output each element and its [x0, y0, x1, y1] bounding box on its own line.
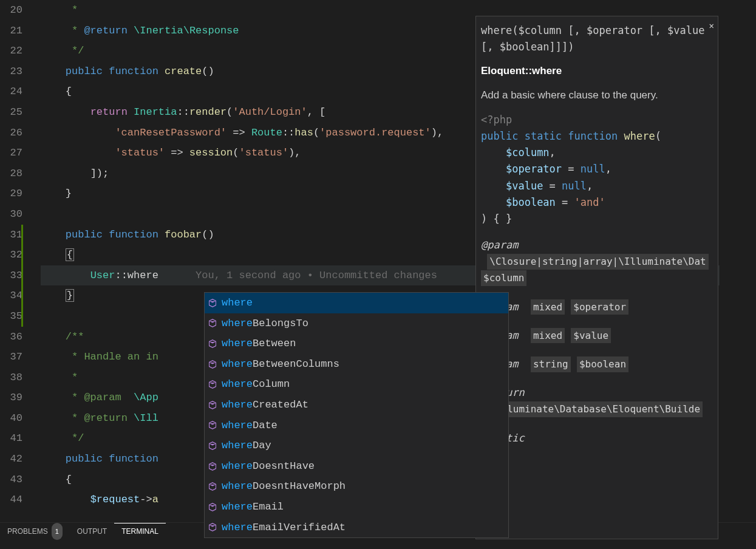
namespace: \Inertia\: [134, 25, 189, 36]
class-ref: Route: [251, 127, 282, 138]
suggest-item[interactable]: whereBetweenColumns: [205, 354, 508, 375]
method-icon: [207, 338, 218, 349]
suggest-label: Column: [253, 374, 290, 395]
line-number: 35: [0, 306, 22, 327]
param-row: @param mixed $operator: [481, 299, 713, 315]
line-number: 27: [0, 143, 22, 163]
suggest-item[interactable]: whereColumn: [205, 374, 508, 395]
suggest-item[interactable]: whereDay: [205, 435, 508, 456]
method-icon: [207, 502, 218, 513]
method-icon: [207, 359, 218, 370]
line-number: 39: [0, 387, 22, 408]
line-number: 20: [0, 0, 22, 21]
suggest-item[interactable]: whereDoesntHave: [205, 456, 508, 477]
doc-tag: @return: [84, 25, 127, 36]
line-number: 29: [0, 183, 22, 204]
suggest-match: where: [222, 435, 253, 456]
close-icon[interactable]: ✕: [709, 19, 714, 32]
line-number: 43: [0, 469, 22, 490]
php-open-tag: <?php: [481, 114, 512, 126]
keyword: function: [109, 229, 158, 240]
suggest-label: Email: [253, 497, 284, 517]
line-number: 25: [0, 102, 22, 123]
git-modified-marker: [21, 225, 23, 327]
suggest-label: Date: [253, 415, 278, 436]
suggest-match: where: [222, 476, 253, 497]
line-number: 34: [0, 285, 22, 306]
line-number: 24: [0, 81, 22, 102]
suggest-match: where: [222, 395, 253, 415]
suggest-item[interactable]: whereDate: [205, 415, 508, 436]
line-number: 28: [0, 163, 22, 184]
doc-tag: * @param: [66, 392, 121, 403]
problems-count-badge: 1: [52, 523, 63, 540]
class-ref: User: [90, 270, 115, 281]
line-number: 21: [0, 21, 22, 41]
comment: * Handle an in: [66, 351, 158, 363]
function-signature: where($column [, $operator [, $value [, …: [481, 22, 713, 55]
tab-output[interactable]: OUTPUT: [70, 523, 114, 540]
line-number: 26: [0, 123, 22, 143]
punct: ]);: [90, 168, 109, 179]
variable: $request: [90, 494, 140, 505]
git-blame-text: You, 1 second ago • Uncommitted changes: [196, 270, 437, 281]
suggest-match: where: [222, 354, 253, 375]
suggest-label: EmailVerifiedAt: [253, 517, 346, 538]
string: 'status': [115, 147, 165, 159]
line-number: 30: [0, 204, 22, 225]
suggest-match: where: [222, 333, 253, 354]
comment: /**: [66, 331, 84, 343]
class-ref: Inertia: [134, 106, 177, 118]
method: a: [152, 494, 158, 505]
keyword: return: [90, 106, 128, 118]
type-ref: \App: [134, 392, 158, 403]
tab-problems[interactable]: PROBLEMS 1: [0, 523, 70, 540]
comment: *: [66, 372, 78, 383]
documentation-panel: ✕ where($column [, $operator [, $value […: [475, 16, 718, 539]
method-icon: [207, 400, 218, 411]
param-row: @param string $boolean: [481, 356, 713, 372]
minimap[interactable]: [720, 0, 756, 522]
keyword: public: [66, 66, 103, 77]
suggest-item[interactable]: whereCreatedAt: [205, 395, 508, 415]
string: 'status': [239, 147, 288, 159]
type-ref: \Ill: [134, 412, 158, 424]
line-number: 37: [0, 347, 22, 367]
method: render: [189, 106, 226, 118]
suggest-item[interactable]: whereBelongsTo: [205, 313, 508, 334]
fn-name: create: [165, 66, 202, 77]
suggest-item[interactable]: whereBetween: [205, 333, 508, 354]
string: 'Auth/Login': [233, 106, 307, 118]
suggest-label: Day: [253, 435, 271, 456]
suggest-match: where: [222, 293, 253, 313]
tab-terminal[interactable]: TERMINAL: [114, 523, 166, 540]
suggest-match: where: [222, 517, 253, 538]
fn-name: foobar: [165, 229, 202, 240]
brace: }: [66, 188, 72, 199]
method-icon: [207, 318, 218, 329]
editor-pane: 2021222324252627282930313233343536373839…: [0, 0, 756, 522]
method-icon: [207, 461, 218, 472]
method-icon: [207, 481, 218, 492]
suggest-item[interactable]: whereEmailVerifiedAt: [205, 517, 508, 538]
suggest-label: DoesntHave: [253, 456, 315, 477]
doc-tag: * @return: [66, 412, 128, 424]
line-number: 22: [0, 41, 22, 61]
keyword: public: [66, 453, 103, 465]
suggest-label: BelongsTo: [253, 313, 308, 334]
suggest-item[interactable]: where: [205, 293, 508, 313]
intellisense-popup[interactable]: wherewhereBelongsTowhereBetweenwhereBetw…: [204, 292, 509, 538]
suggest-match: where: [222, 374, 253, 395]
comment: */: [66, 432, 84, 444]
comment: *: [72, 4, 78, 16]
suggest-item[interactable]: whereDoesntHaveMorph: [205, 476, 508, 497]
doc-title: Eloquent::where: [481, 63, 713, 79]
line-number: 23: [0, 61, 22, 82]
comment: */: [72, 45, 84, 56]
line-number: 40: [0, 408, 22, 429]
class-ref: Response: [189, 25, 239, 36]
suggest-item[interactable]: whereEmail: [205, 497, 508, 517]
suggest-match: where: [222, 456, 253, 477]
keyword: function: [109, 453, 158, 465]
method-icon: [207, 298, 218, 309]
